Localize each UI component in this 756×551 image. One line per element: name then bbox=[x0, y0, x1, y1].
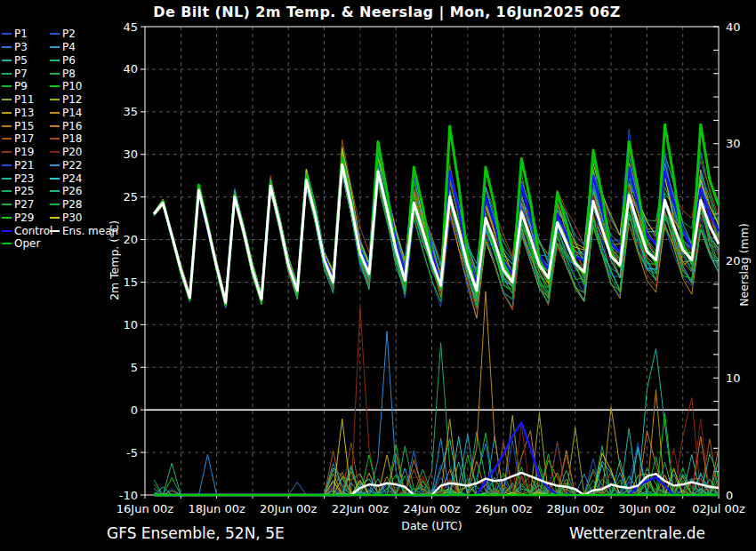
legend-item-p24: P24 bbox=[50, 173, 119, 184]
legend-swatch bbox=[50, 112, 60, 114]
legend-item-p23: P23 bbox=[2, 173, 50, 184]
x-axis-tick-label: 20Jun 00z bbox=[260, 502, 318, 515]
legend-swatch bbox=[2, 99, 12, 100]
legend-swatch bbox=[2, 46, 12, 48]
legend-swatch bbox=[50, 73, 60, 75]
legend-label: P3 bbox=[14, 42, 28, 52]
x-axis-tick-label: 26Jun 00z bbox=[475, 502, 533, 515]
y-left-tick-label: 25 bbox=[123, 190, 138, 204]
legend-swatch bbox=[50, 85, 60, 87]
legend-label: P4 bbox=[62, 42, 76, 52]
member-precip-line bbox=[154, 348, 719, 495]
legend-swatch bbox=[2, 73, 12, 75]
member-precip-line bbox=[154, 448, 719, 495]
legend-label: P16 bbox=[62, 121, 83, 132]
y-left-tick-label: 20 bbox=[123, 233, 138, 246]
legend-item-oper: Oper bbox=[2, 238, 50, 249]
legend-item-ens-mean: Ens. mean bbox=[50, 226, 119, 236]
legend-swatch bbox=[2, 33, 12, 35]
legend-item-p4: P4 bbox=[50, 42, 119, 52]
legend-label: P5 bbox=[14, 55, 28, 66]
legend-item-p13: P13 bbox=[2, 108, 50, 118]
legend-item-p21: P21 bbox=[2, 160, 50, 171]
legend-label: P9 bbox=[14, 81, 28, 92]
legend-item-p10: P10 bbox=[50, 81, 119, 92]
legend-swatch bbox=[2, 217, 12, 219]
y-left-tick-label: 15 bbox=[123, 276, 138, 289]
y-left-tick-label: 5 bbox=[131, 361, 138, 374]
y-right-tick-label: 30 bbox=[726, 137, 741, 150]
legend-item-p6: P6 bbox=[50, 55, 119, 66]
legend-swatch bbox=[2, 138, 12, 140]
legend-swatch bbox=[50, 178, 60, 180]
x-axis-tick-label: 28Jun 00z bbox=[547, 502, 605, 515]
ensemble-legend: P1P2P3P4P5P6P7P8P9P10P11P12P13P14P15P16P… bbox=[2, 28, 119, 251]
legend-swatch bbox=[2, 190, 12, 192]
chart-title: De Bilt (NL) 2m Temp. & Neerslag | Mon, … bbox=[107, 4, 667, 20]
legend-item-p22: P22 bbox=[50, 160, 119, 171]
meteogram-page: 454035302520151050-5-1040302010016Jun 00… bbox=[0, 0, 756, 551]
legend-item-p8: P8 bbox=[50, 68, 119, 79]
legend-item-p27: P27 bbox=[2, 199, 50, 210]
legend-label: P15 bbox=[14, 121, 35, 132]
legend-swatch bbox=[2, 60, 12, 61]
legend-item-p26: P26 bbox=[50, 186, 119, 196]
legend-label: P22 bbox=[62, 160, 83, 171]
y-left-tick-label: 30 bbox=[123, 148, 138, 161]
legend-swatch bbox=[50, 164, 60, 166]
legend-item-p17: P17 bbox=[2, 133, 50, 144]
y-left-tick-label: 45 bbox=[123, 20, 138, 34]
legend-label: P19 bbox=[14, 147, 35, 157]
legend-swatch bbox=[50, 217, 60, 219]
x-axis-tick-label: 02Jul 00z bbox=[692, 502, 745, 515]
legend-item-p12: P12 bbox=[50, 94, 119, 105]
legend-item-p25: P25 bbox=[2, 186, 50, 196]
x-axis-tick-label: 22Jun 00z bbox=[332, 502, 390, 515]
legend-item-p2: P2 bbox=[50, 28, 119, 39]
legend-item-p3: P3 bbox=[2, 42, 50, 52]
x-axis-tick-label: 16Jun 00z bbox=[117, 502, 174, 515]
legend-item-p29: P29 bbox=[2, 212, 50, 223]
legend-label: P21 bbox=[14, 160, 35, 171]
legend-swatch bbox=[50, 190, 60, 192]
legend-label: P12 bbox=[62, 94, 83, 105]
legend-swatch bbox=[50, 46, 60, 48]
legend-label: P25 bbox=[14, 186, 35, 196]
legend-label: Control bbox=[14, 226, 52, 236]
legend-item-p16: P16 bbox=[50, 121, 119, 132]
x-axis-tick-label: 30Jun 00z bbox=[618, 502, 676, 515]
legend-swatch bbox=[2, 112, 12, 114]
legend-label: P6 bbox=[62, 55, 76, 66]
legend-label: Ens. mean bbox=[62, 226, 118, 236]
legend-label: P27 bbox=[14, 199, 35, 210]
y-left-tick-label: 0 bbox=[131, 403, 138, 417]
legend-item-p11: P11 bbox=[2, 94, 50, 105]
legend-label: P10 bbox=[62, 81, 83, 92]
member-precip-line bbox=[154, 343, 719, 495]
site-credit-label: Wetterzentrale.de bbox=[394, 524, 705, 542]
legend-swatch bbox=[2, 125, 12, 127]
y-left-tick-label: 10 bbox=[123, 318, 138, 331]
y-right-axis-title: Neerslag (mm) bbox=[737, 223, 751, 307]
x-axis-tick-label: 24Jun 00z bbox=[403, 502, 461, 515]
legend-label: P23 bbox=[14, 173, 35, 184]
legend-item-p20: P20 bbox=[50, 147, 119, 157]
legend-item-p18: P18 bbox=[50, 133, 119, 144]
legend-item-p9: P9 bbox=[2, 81, 50, 92]
legend-swatch bbox=[50, 204, 60, 205]
legend-swatch bbox=[50, 33, 60, 35]
legend-swatch bbox=[2, 85, 12, 87]
legend-label: P13 bbox=[14, 108, 35, 118]
legend-swatch bbox=[50, 230, 60, 232]
legend-swatch bbox=[50, 151, 60, 153]
legend-item-p15: P15 bbox=[2, 121, 50, 132]
legend-item-control: Control bbox=[2, 226, 50, 236]
y-left-tick-label: 35 bbox=[123, 105, 138, 118]
legend-swatch bbox=[50, 125, 60, 127]
legend-label: P18 bbox=[62, 133, 83, 144]
legend-label: P28 bbox=[62, 199, 83, 210]
legend-item-p28: P28 bbox=[50, 199, 119, 210]
model-info-label: GFS Ensemble, 52N, 5E bbox=[107, 524, 285, 542]
legend-swatch bbox=[50, 99, 60, 100]
legend-label: P14 bbox=[62, 108, 83, 118]
